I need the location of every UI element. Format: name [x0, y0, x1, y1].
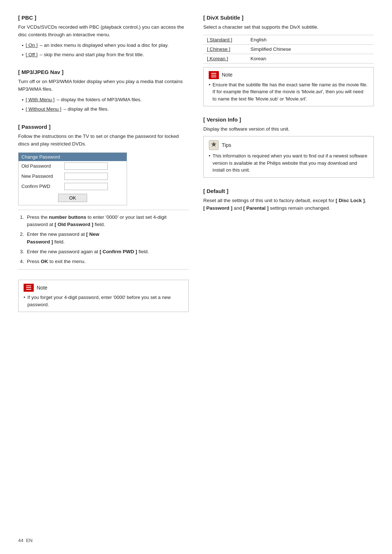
- tips-title-label: Tips: [222, 141, 231, 149]
- pbc-bullet-1: [ On ] – an index menu is displayed when…: [22, 42, 189, 49]
- without-menu-bracket: [ Without Menu ]: [26, 106, 61, 113]
- password-section: [ Password ] Follow the instructions on …: [18, 124, 189, 270]
- default-body3: and: [232, 205, 243, 211]
- note-icon-line-1: [26, 286, 31, 286]
- old-password-row: Old Password: [19, 161, 127, 171]
- default-body4: settings remain unchanged.: [269, 205, 330, 211]
- password-steps: Press the number buttons to enter '0000'…: [18, 214, 189, 266]
- password-note-bullet: If you forget your 4-digit password, ent…: [24, 294, 183, 308]
- step-1-bracket: [ Old Password ]: [55, 222, 94, 227]
- old-password-label: Old Password: [21, 163, 61, 169]
- divx-note-icon: [209, 71, 219, 79]
- note-icon-lines: [26, 286, 31, 290]
- default-bracket3: [ Parental ]: [243, 205, 269, 211]
- tips-bullet: This information is required when you wa…: [209, 152, 368, 174]
- password-divider: [18, 210, 189, 210]
- default-body2: ,: [365, 198, 366, 203]
- ok-button[interactable]: OK: [58, 194, 87, 202]
- subtitle-val-chinese: Simplified Chinese: [247, 44, 374, 54]
- step-1: Press the number buttons to enter '0000'…: [25, 214, 189, 229]
- note-title-label: Note: [37, 284, 48, 292]
- without-menu-text: – display all the files.: [64, 106, 109, 113]
- pbc-section: [ PBC ] For VCDs/SVCDs recorded with PBC…: [18, 15, 189, 59]
- mp3-title: [ MP3/JPEG Nav ]: [18, 69, 189, 75]
- divx-note-icon-lines: [211, 73, 216, 77]
- step-4: Press OK to exit the menu.: [25, 258, 189, 266]
- note-icon-line-2: [26, 287, 31, 288]
- confirm-pwd-label: Confirm PWD: [21, 184, 61, 189]
- page-footer: 44 EN: [18, 538, 33, 543]
- page-number: 44: [18, 538, 23, 543]
- divx-note-icon-line-3: [211, 77, 216, 77]
- mp3-body: Turn off or on MP3/WMA folder display wh…: [18, 78, 189, 93]
- pbc-bullet-2: [ Off ] – skip the menu and start play f…: [22, 51, 189, 59]
- divx-section: [ DivX Subtitle ] Select a character set…: [203, 15, 374, 106]
- version-section: [ Version Info ] Display the software ve…: [203, 116, 374, 177]
- default-bracket2: [ Password ]: [203, 205, 232, 211]
- default-section: [ Default ] Reset all the settings of th…: [203, 188, 374, 212]
- tips-icon: [209, 140, 219, 150]
- tips-box: Tips This information is required when y…: [203, 136, 374, 178]
- divx-note-title-label: Note: [222, 71, 233, 79]
- mp3-section: [ MP3/JPEG Nav ] Turn off or on MP3/WMA …: [18, 69, 189, 113]
- step-1-bold: number buttons: [49, 214, 86, 220]
- subtitle-table: [ Standard ] English [ Chinese ] Simplif…: [203, 35, 374, 63]
- page-lang: EN: [26, 538, 33, 543]
- step-2-bracket: [ NewPassword ]: [27, 231, 99, 245]
- old-password-input[interactable]: [64, 163, 108, 170]
- steps-divider: [18, 269, 189, 270]
- pbc-title: [ PBC ]: [18, 15, 189, 21]
- subtitle-key-standard: [ Standard ]: [203, 35, 247, 44]
- pbc-on-text: – an index menu is displayed when you lo…: [40, 42, 169, 49]
- divx-note-content: Ensure that the subtitle file has the ex…: [209, 81, 368, 103]
- mp3-bullet-list: [ With Menu ] – display the folders of M…: [18, 96, 189, 114]
- divx-body: Select a character set that supports the…: [203, 24, 374, 31]
- mp3-bullet-2: [ Without Menu ] – display all the files…: [22, 106, 189, 113]
- divx-note-header: Note: [209, 71, 368, 79]
- step-3: Enter the new password again at [ Confir…: [25, 248, 189, 256]
- divx-note-icon-line-1: [211, 73, 216, 74]
- step-3-bracket: [ Confirm PWD ]: [99, 249, 137, 254]
- ok-row: OK: [19, 192, 127, 205]
- divx-title: [ DivX Subtitle ]: [203, 15, 374, 21]
- with-menu-bracket: [ With Menu ]: [26, 96, 55, 103]
- step-2: Enter the new password at [ NewPassword …: [25, 231, 189, 246]
- confirm-pwd-input[interactable]: [64, 183, 108, 190]
- note-icon: [24, 284, 34, 292]
- divx-note-box: Note Ensure that the subtitle file has t…: [203, 67, 374, 107]
- password-note-box: Note If you forget your 4-digit password…: [18, 280, 189, 312]
- confirm-pwd-row: Confirm PWD: [19, 181, 127, 192]
- password-note-content: If you forget your 4-digit password, ent…: [24, 294, 183, 308]
- default-bracket1: [ Disc Lock ]: [336, 198, 365, 203]
- pbc-off-text: – skip the menu and start play from the …: [40, 51, 144, 58]
- pbc-bullet-list: [ On ] – an index menu is displayed when…: [18, 42, 189, 59]
- subtitle-row-chinese: [ Chinese ] Simplified Chinese: [203, 44, 374, 54]
- password-body: Follow the instructions on the TV to set…: [18, 133, 189, 148]
- note-icon-line-3: [26, 289, 31, 290]
- subtitle-val-korean: Korean: [247, 54, 374, 63]
- default-body: Reset all the settings of this unit to f…: [203, 197, 374, 212]
- default-body1: Reset all the settings of this unit to f…: [203, 198, 336, 203]
- subtitle-key-chinese: [ Chinese ]: [203, 44, 247, 54]
- version-body: Display the software version of this uni…: [203, 126, 374, 133]
- password-box: Change Password Old Password New Passwor…: [18, 152, 127, 205]
- new-password-label: New Password: [21, 173, 61, 179]
- new-password-input[interactable]: [64, 173, 108, 180]
- mp3-bullet-1: [ With Menu ] – display the folders of M…: [22, 96, 189, 104]
- subtitle-row-korean: [ Korean ] Korean: [203, 54, 374, 63]
- divx-note-bullet: Ensure that the subtitle file has the ex…: [209, 81, 368, 103]
- password-box-header: Change Password: [19, 153, 127, 161]
- tips-text: This information is required when you wa…: [213, 152, 368, 174]
- pbc-off-bracket: [ Off ]: [26, 51, 38, 58]
- tips-header: Tips: [209, 140, 368, 150]
- new-password-row: New Password: [19, 171, 127, 181]
- tips-content: This information is required when you wa…: [209, 152, 368, 174]
- divx-note-text: Ensure that the subtitle file has the ex…: [213, 81, 368, 103]
- password-note-text: If you forget your 4-digit password, ent…: [28, 294, 183, 308]
- subtitle-key-korean: [ Korean ]: [203, 54, 247, 63]
- pbc-on-bracket: [ On ]: [26, 42, 38, 49]
- subtitle-val-standard: English: [247, 35, 374, 44]
- password-note-header: Note: [24, 284, 183, 292]
- pbc-body: For VCDs/SVCDs recorded with PBC (playba…: [18, 24, 189, 39]
- divx-note-icon-line-2: [211, 75, 216, 75]
